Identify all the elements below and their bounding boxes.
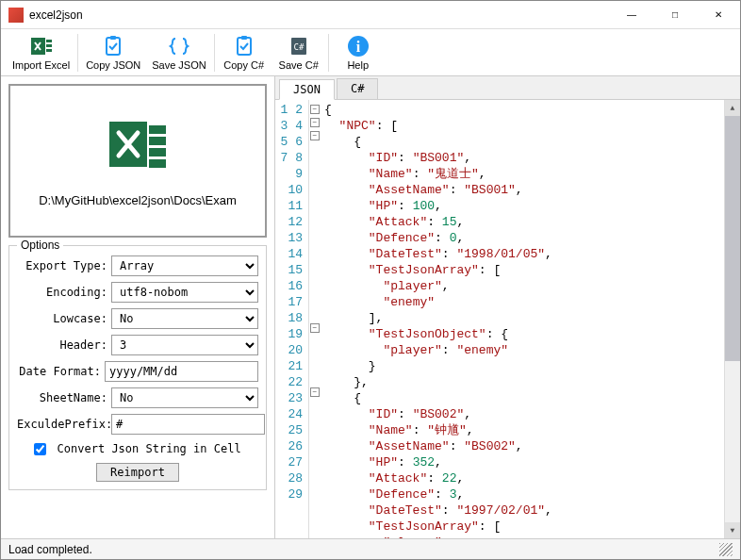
code-editor[interactable]: 1 2 3 4 5 6 7 8 9 10 11 12 13 14 15 16 1… [275,100,740,538]
svg-text:i: i [355,39,360,55]
copy-csharp-label: Copy C# [223,59,264,71]
save-json-button[interactable]: Save JSON [146,33,211,73]
scrollbar-thumb[interactable] [725,116,740,361]
save-csharp-label: Save C# [279,59,319,71]
statusbar: Load completed. [1,538,740,559]
right-panel: JSON C# 1 2 3 4 5 6 7 8 9 10 11 12 13 14… [274,76,740,538]
svg-rect-4 [107,38,120,55]
minimize-button[interactable]: — [610,1,653,29]
header-label: Header: [17,338,111,352]
svg-rect-3 [46,49,52,52]
resize-grip[interactable] [719,543,733,556]
svg-rect-16 [149,159,166,168]
vertical-scrollbar[interactable]: ▲ ▼ [724,100,740,538]
svg-rect-15 [149,148,166,156]
sheetname-label: SheetName: [17,391,111,404]
svg-rect-7 [241,36,247,40]
clipboard-icon [102,35,124,58]
copy-json-label: Copy JSON [86,59,140,71]
close-button[interactable]: ✕ [697,1,740,29]
export-type-label: Export Type: [17,259,111,272]
scrollbar-up-icon[interactable]: ▲ [725,100,740,116]
code-file-icon: C# [288,35,310,58]
file-drop-box[interactable]: D:\MyGitHub\excel2json\Docs\Exam [8,84,267,238]
header-select[interactable]: 3 [111,335,258,355]
export-type-select[interactable]: Array [111,255,258,276]
braces-icon [168,35,190,58]
convert-cell-label: Convert Json String in Cell [58,442,241,455]
save-csharp-button[interactable]: C# Save C# [272,33,326,73]
excel-large-icon [107,114,168,174]
help-label: Help [347,59,369,71]
import-excel-label: Import Excel [12,59,70,71]
lowcase-select[interactable]: No [111,308,258,329]
status-text: Load completed. [8,543,92,556]
scrollbar-down-icon[interactable]: ▼ [725,522,740,538]
tab-csharp[interactable]: C# [337,78,378,99]
window-title: excel2json [29,8,610,22]
svg-rect-2 [46,44,52,47]
clipboard-icon [233,35,255,58]
svg-rect-6 [238,38,251,55]
toolbar: Import Excel Copy JSON Save JSON Copy C#… [1,29,740,76]
app-icon [8,8,24,23]
svg-rect-13 [149,125,166,134]
options-group: Options Export Type: Array Encoding: utf… [8,245,267,490]
svg-rect-5 [110,36,116,40]
line-gutter: 1 2 3 4 5 6 7 8 9 10 11 12 13 14 15 16 1… [275,100,309,538]
exclude-prefix-label: ExculdePrefix: [17,418,111,431]
save-json-label: Save JSON [152,59,206,71]
lowcase-label: Lowcase: [17,312,111,325]
convert-cell-checkbox[interactable] [34,443,46,455]
exclude-prefix-input[interactable] [111,414,265,435]
copy-json-button[interactable]: Copy JSON [80,33,146,73]
encoding-label: Encoding: [17,286,111,299]
date-format-label: Date Format: [17,365,105,378]
sheetname-select[interactable]: No [111,387,258,408]
titlebar: excel2json — □ ✕ [1,1,740,29]
help-button[interactable]: i Help [331,33,386,73]
file-path: D:\MyGitHub\excel2json\Docs\Exam [20,193,255,217]
help-icon: i [347,35,370,58]
reimport-button[interactable]: Reimport [96,463,179,482]
maximize-button[interactable]: □ [653,1,697,29]
excel-icon [30,35,53,58]
date-format-input[interactable] [105,361,258,382]
options-legend: Options [17,239,63,252]
code-content[interactable]: { "NPC": [ { "ID": "BS001", "Name": "鬼道士… [321,100,724,538]
import-excel-button[interactable]: Import Excel [7,33,75,73]
tabs: JSON C# [275,76,740,100]
svg-text:C#: C# [293,42,304,52]
fold-column: −−−−− [309,100,321,538]
copy-csharp-button[interactable]: Copy C# [217,33,272,73]
svg-rect-14 [149,137,166,145]
encoding-select[interactable]: utf8-nobom [111,282,258,303]
svg-rect-1 [46,40,52,42]
left-panel: D:\MyGitHub\excel2json\Docs\Exam Options… [1,76,274,538]
tab-json[interactable]: JSON [279,79,335,100]
